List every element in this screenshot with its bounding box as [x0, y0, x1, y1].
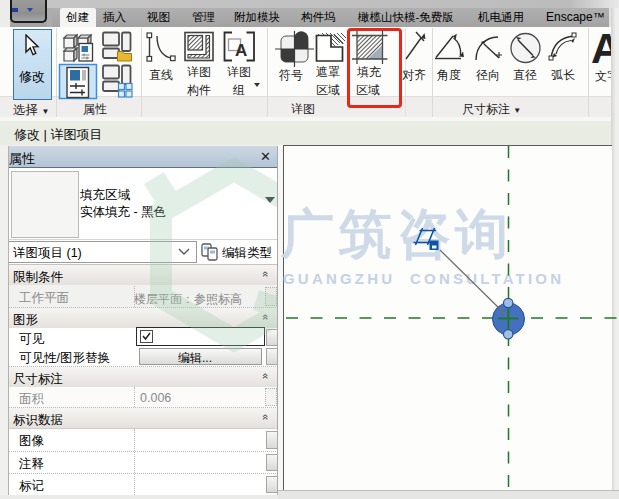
svg-text:A: A [235, 41, 247, 60]
